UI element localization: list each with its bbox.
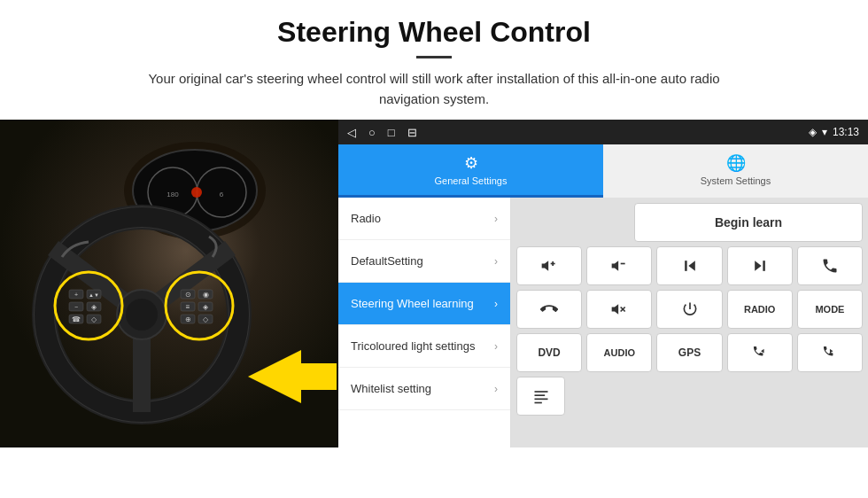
tab-system-settings[interactable]: 🌐 System Settings (603, 144, 868, 198)
subtitle-text: Your original car's steering wheel contr… (124, 69, 744, 109)
svg-text:⊙: ⊙ (185, 291, 191, 299)
status-bar: ◁ ○ □ ⊟ ◈ ▾ 13:13 (338, 120, 868, 144)
steering-wheel-panel: 180 6 (0, 120, 338, 447)
svg-point-9 (191, 187, 202, 198)
radio-button[interactable]: RADIO (727, 290, 793, 329)
svg-text:◇: ◇ (203, 315, 209, 323)
hangup-button[interactable] (516, 290, 582, 329)
svg-marker-50 (688, 261, 695, 271)
svg-marker-57 (761, 349, 764, 354)
gps-icon: ◈ (809, 126, 817, 138)
menu-item-default[interactable]: DefaultSetting › (338, 240, 510, 283)
svg-text:180: 180 (167, 191, 179, 198)
status-bar-left: ◁ ○ □ ⊟ (347, 126, 417, 139)
svg-rect-62 (534, 402, 541, 404)
svg-text:6: 6 (220, 191, 224, 198)
svg-text:⊕: ⊕ (185, 315, 191, 323)
tab-general-label: General Settings (435, 175, 508, 186)
tab-general-settings[interactable]: ⚙ General Settings (338, 144, 603, 198)
menu-item-radio[interactable]: Radio › (338, 198, 510, 240)
title-divider (416, 56, 452, 58)
left-menu: Radio › DefaultSetting › Steering Wheel … (338, 198, 511, 447)
vol-up-button[interactable] (516, 246, 582, 285)
chevron-right-icon: › (494, 340, 498, 353)
menu-item-whitelist[interactable]: Whitelist setting › (338, 368, 510, 410)
svg-marker-58 (830, 349, 833, 354)
menu-radio-label: Radio (351, 212, 381, 226)
system-icon: 🌐 (726, 153, 746, 173)
mode-button[interactable]: MODE (797, 290, 863, 329)
tab-bar: ⚙ General Settings 🌐 System Settings (338, 144, 868, 198)
home-icon: ○ (368, 126, 376, 139)
button-row-1: Begin learn (516, 203, 863, 242)
audio-button[interactable]: AUDIO (586, 333, 652, 372)
svg-text:+: + (74, 292, 78, 298)
svg-marker-52 (755, 261, 762, 271)
menu-default-label: DefaultSetting (351, 254, 423, 268)
header-section: Steering Wheel Control Your original car… (0, 0, 868, 120)
svg-point-17 (126, 299, 158, 331)
page-title: Steering Wheel Control (35, 16, 833, 49)
tel-prev-button[interactable] (727, 333, 793, 372)
menu-item-tricoloured[interactable]: Tricoloured light settings › (338, 325, 510, 368)
settings-gear-icon: ⚙ (464, 153, 478, 173)
menu-steering-label: Steering Wheel learning (351, 297, 474, 311)
svg-rect-51 (685, 261, 687, 271)
button-row-3: RADIO MODE (516, 290, 863, 329)
recents-icon: □ (388, 126, 395, 139)
svg-rect-53 (763, 261, 765, 271)
button-row-4: DVD AUDIO GPS (516, 333, 863, 372)
phone-button[interactable] (797, 246, 863, 285)
begin-learn-button[interactable]: Begin learn (634, 203, 863, 242)
chevron-right-icon: › (494, 298, 498, 310)
menu-tricoloured-label: Tricoloured light settings (351, 339, 475, 354)
svg-rect-60 (534, 394, 545, 396)
spacer-1 (516, 203, 630, 242)
mute-button[interactable] (586, 290, 652, 329)
main-content: 180 6 (0, 120, 868, 447)
back-icon: ◁ (347, 126, 356, 139)
svg-rect-59 (534, 391, 547, 393)
svg-marker-45 (542, 261, 549, 271)
svg-rect-61 (534, 399, 547, 401)
svg-text:▲▼: ▲▼ (89, 292, 99, 298)
button-row-2 (516, 246, 863, 285)
next-track-button[interactable] (727, 246, 793, 285)
time-display: 13:13 (833, 126, 859, 138)
right-panel: Begin learn (511, 198, 868, 447)
page-wrapper: Steering Wheel Control Your original car… (0, 0, 868, 447)
dvd-button[interactable]: DVD (516, 333, 582, 372)
chevron-right-icon: › (494, 383, 498, 395)
tel-next-button[interactable] (797, 333, 863, 372)
svg-text:◈: ◈ (203, 303, 209, 311)
android-panel: ◁ ○ □ ⊟ ◈ ▾ 13:13 ⚙ General Settings (338, 120, 868, 447)
chevron-right-icon: › (494, 213, 498, 225)
chevron-right-icon: › (494, 255, 498, 268)
gps-button[interactable]: GPS (656, 333, 722, 372)
svg-text:☎: ☎ (72, 315, 81, 323)
menu-item-steering[interactable]: Steering Wheel learning › (338, 283, 510, 325)
tab-system-label: System Settings (701, 175, 771, 186)
list-button[interactable] (516, 377, 565, 416)
menu-whitelist-label: Whitelist setting (351, 382, 431, 396)
status-bar-right: ◈ ▾ 13:13 (809, 126, 859, 138)
svg-text:◈: ◈ (91, 303, 97, 311)
button-row-5 (516, 377, 863, 416)
vol-down-button[interactable] (586, 246, 652, 285)
svg-text:≡: ≡ (186, 303, 190, 311)
svg-text:◉: ◉ (203, 291, 209, 299)
svg-text:◇: ◇ (91, 315, 97, 323)
signal-icon: ▾ (822, 126, 827, 138)
svg-marker-48 (612, 261, 619, 271)
content-area: Radio › DefaultSetting › Steering Wheel … (338, 198, 868, 447)
svg-text:−: − (74, 304, 78, 310)
menu-icon: ⊟ (407, 126, 417, 139)
svg-marker-54 (612, 304, 619, 315)
power-button[interactable] (656, 290, 722, 329)
prev-track-button[interactable] (656, 246, 722, 285)
